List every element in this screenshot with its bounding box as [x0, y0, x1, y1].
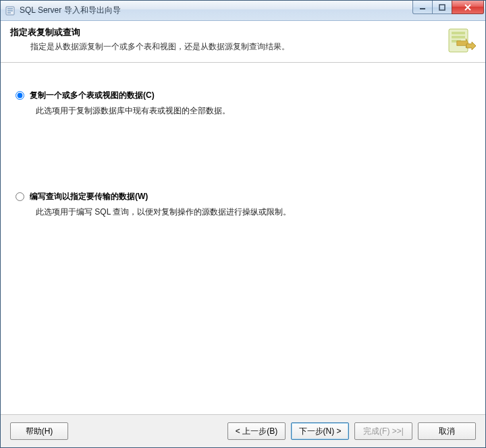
radio-write-query-input[interactable] — [16, 192, 24, 201]
svg-rect-4 — [420, 8, 425, 9]
app-icon — [5, 5, 16, 16]
next-button[interactable]: 下一步(N) > — [291, 422, 349, 440]
radio-copy-tables-label: 复制一个或多个表或视图的数据(C) — [30, 90, 155, 101]
option-write-query-desc: 此选项用于编写 SQL 查询，以便对复制操作的源数据进行操纵或限制。 — [36, 206, 470, 218]
wizard-footer: 帮助(H) < 上一步(B) 下一步(N) > 完成(F) >>| 取消 — [1, 414, 485, 447]
radio-copy-tables-input[interactable] — [16, 91, 24, 100]
option-write-query: 编写查询以指定要传输的数据(W) 此选项用于编写 SQL 查询，以便对复制操作的… — [16, 191, 470, 218]
cancel-button[interactable]: 取消 — [418, 422, 476, 440]
back-button[interactable]: < 上一步(B) — [227, 422, 286, 440]
window-title: SQL Server 导入和导出向导 — [20, 5, 413, 16]
svg-rect-5 — [439, 5, 445, 10]
close-button[interactable] — [452, 1, 484, 14]
wizard-icon — [445, 26, 476, 57]
radio-write-query[interactable]: 编写查询以指定要传输的数据(W) — [16, 191, 470, 202]
maximize-button[interactable] — [432, 1, 452, 14]
help-button[interactable]: 帮助(H) — [10, 422, 68, 440]
titlebar[interactable]: SQL Server 导入和导出向导 — [1, 1, 485, 21]
page-subtitle: 指定是从数据源复制一个或多个表和视图，还是从数据源复制查询结果。 — [30, 41, 439, 53]
svg-rect-1 — [7, 8, 13, 9]
svg-rect-2 — [7, 10, 13, 11]
wizard-window: SQL Server 导入和导出向导 指定表复制或查询 指定是从数据源复制一个或… — [0, 0, 486, 448]
minimize-button[interactable] — [412, 1, 433, 14]
svg-rect-3 — [7, 12, 11, 13]
window-controls — [413, 1, 484, 14]
radio-copy-tables[interactable]: 复制一个或多个表或视图的数据(C) — [16, 90, 470, 101]
wizard-header-text: 指定表复制或查询 指定是从数据源复制一个或多个表和视图，还是从数据源复制查询结果… — [10, 26, 439, 53]
radio-write-query-label: 编写查询以指定要传输的数据(W) — [30, 191, 148, 202]
page-title: 指定表复制或查询 — [10, 26, 439, 38]
option-copy-tables: 复制一个或多个表或视图的数据(C) 此选项用于复制源数据库中现有表或视图的全部数… — [16, 90, 470, 117]
wizard-content: 复制一个或多个表或视图的数据(C) 此选项用于复制源数据库中现有表或视图的全部数… — [1, 63, 485, 414]
svg-rect-7 — [452, 32, 465, 34]
option-copy-tables-desc: 此选项用于复制源数据库中现有表或视图的全部数据。 — [36, 105, 470, 117]
wizard-header: 指定表复制或查询 指定是从数据源复制一个或多个表和视图，还是从数据源复制查询结果… — [1, 21, 485, 63]
finish-button[interactable]: 完成(F) >>| — [354, 422, 412, 440]
svg-rect-8 — [452, 36, 465, 38]
